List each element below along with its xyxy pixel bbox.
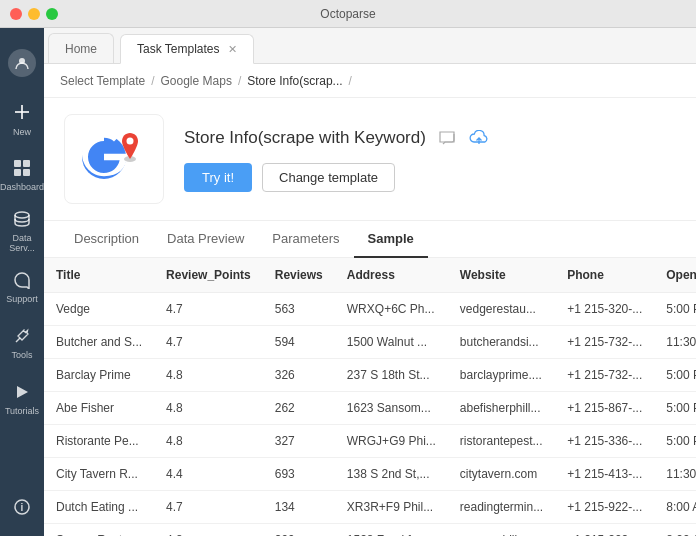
tab-description[interactable]: Description (60, 221, 153, 258)
col-reviews: Reviews (263, 258, 335, 293)
table-cell: 327 (263, 425, 335, 458)
table-cell: Ristorante Pe... (44, 425, 154, 458)
tab-sample[interactable]: Sample (354, 221, 428, 258)
sidebar-item-data-service[interactable]: Data Serv... (0, 204, 44, 260)
table-cell: City Tavern R... (44, 458, 154, 491)
col-title: Title (44, 258, 154, 293)
table-cell: 4.4 (154, 458, 263, 491)
template-logo (64, 114, 164, 204)
table-cell: 594 (263, 326, 335, 359)
table-cell: 8:00 AM (654, 524, 696, 537)
table-row: Dutch Eating ...4.7134XR3R+F9 Phil...rea… (44, 491, 696, 524)
table-cell: citytavern.com (448, 458, 555, 491)
sidebar-item-new[interactable]: New (0, 92, 44, 148)
table-cell: Suraya Resta... (44, 524, 154, 537)
sidebar-new-label: New (13, 128, 31, 138)
table-cell: butcherandsi... (448, 326, 555, 359)
new-icon (12, 102, 32, 125)
breadcrumb-store-info: Store Info(scrap... (247, 74, 342, 88)
svg-point-7 (15, 212, 29, 218)
close-button[interactable] (10, 8, 22, 20)
app-title: Octoparse (320, 7, 375, 21)
template-header: Store Info(scrape with Keyword) Try it! … (44, 98, 696, 221)
table-cell: 4.8 (154, 425, 263, 458)
table-cell: 134 (263, 491, 335, 524)
avatar-icon (8, 49, 36, 77)
table-cell: 5:00 PM (654, 425, 696, 458)
sidebar-item-about[interactable]: i (0, 480, 44, 536)
sidebar-tools-label: Tools (11, 351, 32, 361)
try-it-button[interactable]: Try it! (184, 163, 252, 192)
table-row: Ristorante Pe...4.8327WRGJ+G9 Phi...rist… (44, 425, 696, 458)
sidebar-item-support[interactable]: Support (0, 260, 44, 316)
app-body: New Dashboard Data Serv... Support Tools (0, 28, 696, 536)
tab-task-templates[interactable]: Task Templates ✕ (120, 34, 253, 64)
col-open-time: Open_Time (654, 258, 696, 293)
window-controls[interactable] (10, 8, 58, 20)
table-cell: +1 215-413-... (555, 458, 654, 491)
table-cell: 5:00 PM (654, 392, 696, 425)
sidebar-item-dashboard[interactable]: Dashboard (0, 148, 44, 204)
change-template-button[interactable]: Change template (262, 163, 395, 192)
message-icon[interactable] (436, 127, 458, 149)
template-actions: Try it! Change template (184, 163, 676, 192)
svg-rect-6 (23, 169, 30, 176)
table-cell: 5:00 PM (654, 359, 696, 392)
breadcrumb-select-template[interactable]: Select Template (60, 74, 145, 88)
table-cell: 262 (263, 392, 335, 425)
breadcrumb-google-maps[interactable]: Google Maps (161, 74, 232, 88)
tab-home-label: Home (65, 42, 97, 56)
table-cell: +1 215-320-... (555, 293, 654, 326)
col-website: Website (448, 258, 555, 293)
table-cell: Vedge (44, 293, 154, 326)
data-service-icon (13, 210, 31, 231)
table-cell: 11:30 AM (654, 326, 696, 359)
table-cell: 5:00 PM (654, 293, 696, 326)
cloud-icon[interactable] (468, 127, 490, 149)
table-cell: barclayprime.... (448, 359, 555, 392)
table-cell: 237 S 18th St... (335, 359, 448, 392)
svg-point-13 (127, 138, 134, 145)
sample-table-container: Title Review_Points Reviews Address Webs… (44, 258, 696, 536)
main-content: Home Task Templates ✕ Select Template / … (44, 28, 696, 536)
tutorials-icon (13, 383, 31, 404)
table-cell: WRGJ+G9 Phi... (335, 425, 448, 458)
table-cell: 693 (263, 458, 335, 491)
table-cell: 563 (263, 293, 335, 326)
table-cell: 399 (263, 524, 335, 537)
svg-rect-4 (23, 160, 30, 167)
table-cell: 138 S 2nd St,... (335, 458, 448, 491)
tab-close-icon[interactable]: ✕ (228, 43, 237, 56)
tab-home[interactable]: Home (48, 33, 114, 63)
table-cell: 1528 Frankfo... (335, 524, 448, 537)
table-cell: 8:00 AM (654, 491, 696, 524)
col-review-points: Review_Points (154, 258, 263, 293)
sidebar-item-profile[interactable] (0, 36, 44, 92)
tab-data-preview[interactable]: Data Preview (153, 221, 258, 258)
tab-parameters[interactable]: Parameters (258, 221, 353, 258)
maximize-button[interactable] (46, 8, 58, 20)
content-tabs: Description Data Preview Parameters Samp… (44, 221, 696, 258)
svg-text:i: i (21, 502, 24, 513)
svg-rect-3 (14, 160, 21, 167)
info-icon: i (13, 498, 31, 519)
table-cell: 1500 Walnut ... (335, 326, 448, 359)
sidebar: New Dashboard Data Serv... Support Tools (0, 28, 44, 536)
sidebar-item-tools[interactable]: Tools (0, 316, 44, 372)
table-cell: +1 215-336-... (555, 425, 654, 458)
table-cell: Dutch Eating ... (44, 491, 154, 524)
tab-task-templates-label: Task Templates (137, 42, 219, 56)
col-address: Address (335, 258, 448, 293)
table-cell: +1 215-922-... (555, 491, 654, 524)
table-cell: 4.8 (154, 524, 263, 537)
sidebar-item-tutorials[interactable]: Tutorials (0, 372, 44, 428)
table-row: Barclay Prime4.8326237 S 18th St...barcl… (44, 359, 696, 392)
table-cell: Abe Fisher (44, 392, 154, 425)
svg-rect-5 (14, 169, 21, 176)
template-info: Store Info(scrape with Keyword) Try it! … (184, 127, 676, 192)
minimize-button[interactable] (28, 8, 40, 20)
table-cell: +1 215-732-... (555, 326, 654, 359)
table-cell: readingtermin... (448, 491, 555, 524)
breadcrumb: Select Template / Google Maps / Store In… (44, 64, 696, 98)
titlebar: Octoparse (0, 0, 696, 28)
